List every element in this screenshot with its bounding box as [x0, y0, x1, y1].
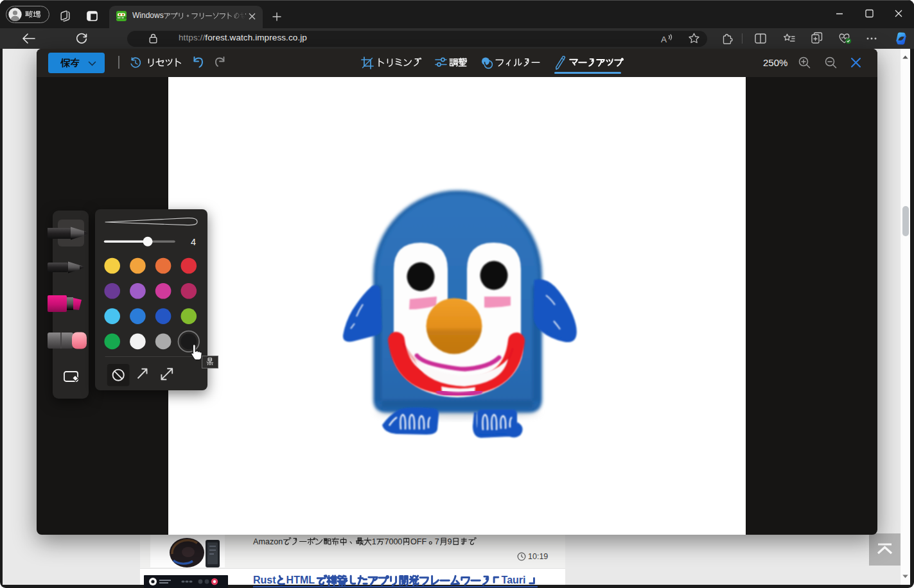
svg-text:HTML: HTML — [286, 575, 315, 585]
svg-text:4: 4 — [191, 237, 196, 247]
svg-text:7: 7 — [435, 537, 439, 546]
svg-text:1: 1 — [372, 537, 376, 546]
svg-text:Rust: Rust — [253, 575, 276, 585]
svg-text:7000: 7000 — [384, 537, 402, 546]
svg-text:Amazon: Amazon — [253, 537, 283, 546]
svg-text:Tauri: Tauri — [502, 575, 526, 585]
svg-text:A: A — [661, 35, 667, 44]
svg-text:9: 9 — [447, 537, 452, 546]
svg-text:Windows: Windows — [132, 12, 164, 20]
svg-text:OFF: OFF — [410, 537, 426, 546]
